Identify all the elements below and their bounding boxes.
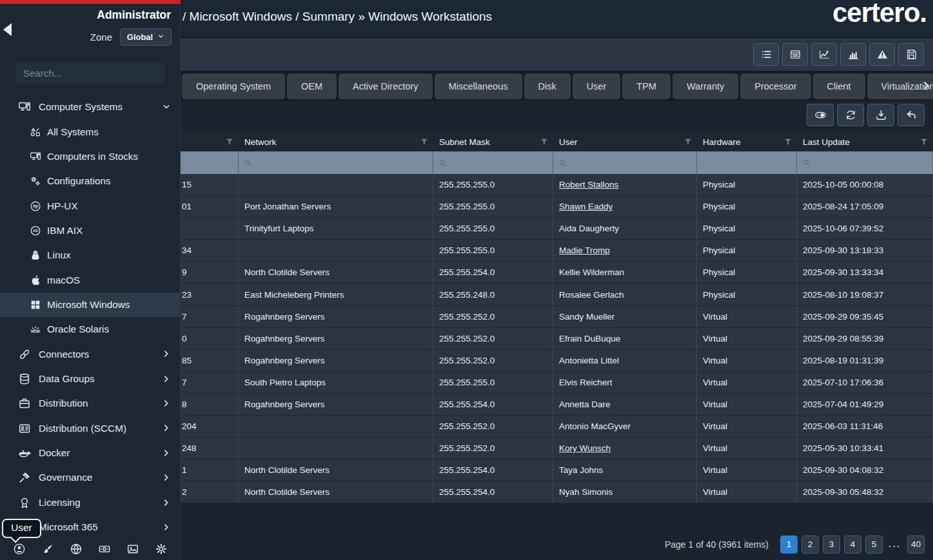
page-button-3[interactable]: 3 [823, 536, 840, 554]
tab-operating-system[interactable]: Operating System [182, 73, 285, 99]
sidebar-item-licensing[interactable]: Licensing [0, 490, 180, 515]
tab-disk[interactable]: Disk [524, 73, 571, 99]
filter-cell[interactable] [697, 151, 797, 174]
filter-cell[interactable] [181, 151, 239, 174]
tab-active-directory[interactable]: Active Directory [339, 73, 433, 99]
download-icon [875, 109, 887, 121]
column-header-subnet-mask[interactable]: Subnet Mask [433, 132, 553, 151]
sidebar-item-computers-in-stocks[interactable]: Computers in Stocks [0, 144, 180, 169]
column-header-hardware[interactable]: Hardware [697, 132, 797, 151]
banknote-button[interactable] [98, 543, 111, 555]
page-button-1[interactable]: 1 [780, 536, 798, 554]
undo-button[interactable] [898, 104, 925, 126]
sidebar-item-macos[interactable]: macOS [0, 267, 180, 292]
tabs-overflow-chevron-icon[interactable] [921, 79, 932, 92]
sidebar-item-label: Microsoft 365 [39, 521, 98, 533]
bar-chart-button[interactable] [840, 43, 866, 66]
filter-cell[interactable] [239, 151, 433, 174]
table-row[interactable]: 8Rogahnberg Servers255.255.254.0Annetta … [181, 394, 933, 416]
sidebar-item-docker[interactable]: Docker [0, 441, 180, 465]
globe-button[interactable] [70, 543, 83, 555]
tab-client[interactable]: Client [813, 73, 865, 99]
save-button[interactable] [898, 43, 924, 66]
table-row[interactable]: 85Rogahnberg Servers255.255.252.0Antonie… [181, 350, 933, 372]
page-button-2[interactable]: 2 [801, 536, 819, 554]
sidebar-item-oracle-solaris[interactable]: Oracle Solaris [0, 317, 180, 342]
table-row[interactable]: 7South Pietro Laptops255.255.255.0Elvis … [181, 372, 933, 394]
tab-user[interactable]: User [573, 73, 621, 99]
sidebar-collapse-arrow-icon[interactable] [3, 23, 12, 36]
user-link[interactable]: Madie Tromp [559, 246, 610, 255]
sidebar-item-configurations[interactable]: Configurations [0, 169, 180, 193]
table-row[interactable]: 01Port Jonathan Servers255.255.255.0Shaw… [181, 196, 933, 218]
user-link[interactable]: Robert Stallons [559, 180, 618, 189]
list-view-button[interactable] [753, 43, 779, 66]
tab-oem[interactable]: OEM [287, 73, 337, 99]
table-row[interactable]: 1North Clotilde Servers255.255.254.0Taya… [181, 459, 933, 481]
zone-select[interactable]: Global [120, 28, 172, 46]
filter-funnel-icon[interactable] [783, 137, 792, 146]
sidebar-item-ibm-aix[interactable]: AIXIBM AIX [0, 218, 180, 243]
sidebar-item-all-systems[interactable]: All Systems [0, 119, 180, 144]
sidebar-item-distribution[interactable]: Distribution [0, 391, 180, 416]
sidebar-item-microsoft-windows[interactable]: Microsoft Windows [0, 293, 180, 317]
image-button[interactable] [126, 543, 139, 555]
detail-view-button[interactable] [782, 43, 808, 66]
table-row[interactable]: 15255.255.255.0Robert StallonsPhysical20… [181, 174, 933, 196]
page-button-40[interactable]: 40 [907, 536, 925, 554]
filter-cell[interactable] [797, 151, 933, 174]
table-row[interactable]: 2North Clotilde Servers255.255.254.0Nyah… [181, 481, 933, 503]
app-root: / Microsoft Windows / Summary » Windows … [0, 0, 933, 560]
table-row[interactable]: 248255.255.252.0Kory WunschVirtual2025-0… [181, 438, 933, 459]
sidebar-item-hp-ux[interactable]: hpHP-UX [0, 193, 180, 218]
page-button-4[interactable]: 4 [844, 536, 861, 554]
sidebar-search[interactable] [15, 62, 165, 84]
download-button[interactable] [867, 104, 894, 126]
column-header-network[interactable]: Network [239, 132, 433, 151]
tab-miscellaneous[interactable]: Miscellaneous [435, 73, 522, 99]
all-systems-icon [30, 126, 41, 138]
tab-tpm[interactable]: TPM [622, 73, 671, 99]
column-header-last-update[interactable]: Last Update [797, 132, 933, 151]
filter-funnel-icon[interactable] [540, 137, 549, 146]
table-row[interactable]: 0Rogahnberg Servers255.255.252.0Efrain D… [181, 328, 933, 350]
sidebar-item-data-groups[interactable]: Data Groups [0, 367, 180, 391]
settings-button[interactable] [155, 543, 168, 555]
filter-funnel-icon[interactable] [225, 137, 234, 146]
breadcrumb-text[interactable]: / Microsoft Windows / Summary » Windows … [182, 10, 492, 24]
brush-button[interactable] [41, 543, 54, 555]
line-chart-button[interactable] [811, 43, 837, 66]
table-row[interactable]: 7Rogahnberg Servers255.255.252.0Sandy Mu… [181, 306, 933, 328]
user-link[interactable]: Kory Wunsch [559, 443, 611, 453]
sidebar-item-distribution-sccm-[interactable]: Distribution (SCCM) [0, 416, 180, 440]
sidebar-item-governance[interactable]: Governance [0, 465, 180, 490]
table-row[interactable]: 9North Clotilde Servers255.255.254.0Kell… [181, 262, 933, 284]
toggle-columns-button[interactable] [807, 104, 834, 126]
page-button-5[interactable]: 5 [865, 536, 883, 554]
chevron-right-icon[interactable] [921, 79, 932, 92]
filter-cell[interactable] [553, 151, 697, 174]
breadcrumb[interactable]: / Microsoft Windows / Summary » Windows … [182, 10, 498, 24]
filter-cell[interactable] [433, 151, 553, 174]
refresh-button[interactable] [837, 104, 864, 126]
table-row[interactable]: 23East Micheleberg Printers255.255.248.0… [181, 284, 933, 305]
filter-funnel-icon[interactable] [420, 137, 429, 146]
sidebar-item-linux[interactable]: Linux [0, 243, 180, 267]
table-row[interactable]: 204255.255.252.0Antonio MacGyverVirtual2… [181, 416, 933, 438]
column-header-hidden[interactable] [181, 132, 239, 151]
user-link[interactable]: Shawn Eaddy [559, 202, 613, 211]
alerts-button[interactable] [869, 43, 895, 66]
filter-funnel-icon[interactable] [683, 137, 692, 146]
sidebar-item-computer-systems[interactable]: Computer Systems [0, 95, 180, 119]
sidebar-item-label: HP-UX [47, 200, 78, 212]
tab-processor[interactable]: Processor [740, 73, 810, 99]
chevron-right-icon [162, 473, 171, 482]
filter-funnel-icon[interactable] [919, 137, 928, 146]
user-button[interactable] [13, 543, 26, 555]
table-row[interactable]: 34255.255.255.0Madie TrompPhysical2025-0… [181, 240, 933, 262]
search-input[interactable] [22, 67, 159, 79]
tab-warranty[interactable]: Warranty [673, 73, 738, 99]
table-row[interactable]: Trinityfurt Laptops255.255.255.0Aida Dau… [181, 218, 933, 240]
column-header-user[interactable]: User [553, 132, 697, 151]
sidebar-item-connectors[interactable]: Connectors [0, 342, 180, 366]
